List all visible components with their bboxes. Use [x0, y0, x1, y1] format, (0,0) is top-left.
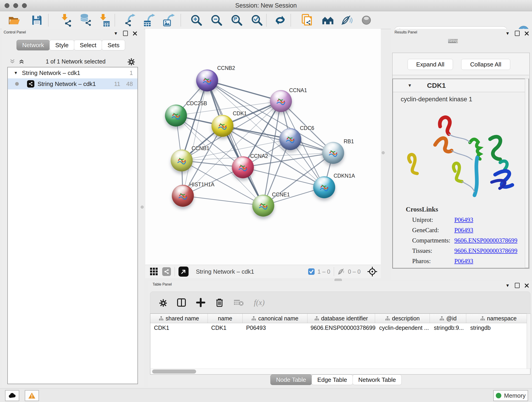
- graph-node-cdc25b[interactable]: [165, 104, 187, 127]
- left-splitter-handle[interactable]: [141, 206, 144, 209]
- memory-button[interactable]: Memory: [493, 390, 528, 401]
- tab-select[interactable]: Select: [74, 40, 102, 51]
- table-cell[interactable]: 9606.ENSP00000378699: [307, 323, 375, 332]
- tab-edge-table[interactable]: Edge Table: [312, 375, 353, 385]
- collapse-all-icon[interactable]: [10, 59, 15, 64]
- panel-menu-caret-icon[interactable]: ▼: [505, 283, 510, 288]
- crosslink-link[interactable]: P06493: [454, 227, 473, 234]
- export-network-button[interactable]: [122, 13, 138, 27]
- float-panel-icon[interactable]: [515, 283, 520, 288]
- graph-node-rb1[interactable]: [322, 142, 344, 164]
- export-table-button[interactable]: [142, 13, 157, 27]
- table-vertical-scrollbar[interactable]: [527, 313, 531, 369]
- delete-table-icon[interactable]: [234, 299, 244, 306]
- collapse-all-button[interactable]: Collapse All: [461, 59, 510, 70]
- import-table-file-button[interactable]: [97, 13, 112, 27]
- tab-style[interactable]: Style: [50, 40, 74, 51]
- zoom-out-button[interactable]: [209, 13, 224, 27]
- function-builder-icon[interactable]: f(x): [254, 298, 265, 307]
- float-panel-icon[interactable]: [123, 31, 128, 36]
- column-header-shared-name[interactable]: shared name: [150, 314, 208, 323]
- table-cell[interactable]: stringdb:9...: [430, 323, 467, 332]
- graph-node-hist1h1a[interactable]: [172, 185, 194, 207]
- close-panel-icon[interactable]: [525, 283, 529, 288]
- network-edge[interactable]: [183, 196, 263, 206]
- birdseye-view-button[interactable]: [178, 267, 189, 277]
- string-home-button[interactable]: [320, 13, 336, 27]
- close-panel-icon[interactable]: [133, 32, 137, 36]
- network-view-icon[interactable]: [162, 267, 171, 276]
- crosslink-link[interactable]: P06493: [454, 258, 473, 265]
- network-collection-row[interactable]: ▼ String Network – cdk1 1: [8, 67, 138, 78]
- graph-node-ccne1[interactable]: [252, 195, 274, 217]
- refresh-view-button[interactable]: [273, 13, 288, 27]
- graph-node-ccna1[interactable]: [270, 90, 292, 112]
- grid-view-icon[interactable]: [150, 268, 158, 276]
- cloud-status-button[interactable]: [5, 390, 19, 401]
- crosslink-link[interactable]: 9606.ENSP00000378699: [454, 247, 517, 254]
- scrollbar-thumb[interactable]: [152, 370, 196, 374]
- table-cell[interactable]: CDK1: [150, 323, 208, 332]
- network-canvas[interactable]: CCNB2CCNA1CDC25BCDK1CDC6RB1CCNB1CCNA2CDK…: [145, 29, 381, 265]
- zoom-selected-button[interactable]: [249, 13, 264, 27]
- enable-glass-effect-button[interactable]: [359, 13, 374, 27]
- graph-node-ccnb1[interactable]: [171, 149, 193, 172]
- selected-checkbox-icon[interactable]: [308, 268, 315, 275]
- column-header-canonical-name[interactable]: canonical name: [243, 314, 307, 323]
- network-options-gear-icon[interactable]: [127, 57, 135, 65]
- show-columns-icon[interactable]: [177, 298, 186, 307]
- tab-network-table[interactable]: Network Table: [353, 375, 402, 385]
- results-scrollbar[interactable]: [525, 79, 529, 268]
- tab-node-table[interactable]: Node Table: [270, 375, 312, 385]
- panel-menu-caret-icon[interactable]: ▼: [505, 31, 510, 36]
- collection-expand-caret-icon[interactable]: ▼: [14, 70, 18, 75]
- graph-node-ccnb2[interactable]: [196, 70, 218, 91]
- network-edge[interactable]: [207, 80, 263, 206]
- column-header-name[interactable]: name: [208, 314, 243, 323]
- clone-network-button[interactable]: [300, 13, 315, 27]
- hidden-eye-icon[interactable]: [338, 268, 346, 275]
- network-edge[interactable]: [183, 80, 207, 196]
- column-header--id[interactable]: @id: [430, 314, 466, 323]
- import-network-database-button[interactable]: [78, 13, 93, 27]
- expand-all-icon[interactable]: [19, 59, 24, 64]
- section-caret-icon[interactable]: ▼: [408, 83, 412, 88]
- fit-selected-crosshair-icon[interactable]: [367, 266, 378, 277]
- save-session-button[interactable]: [29, 13, 44, 27]
- expand-all-button[interactable]: Expand All: [408, 59, 453, 70]
- zoom-fit-button[interactable]: [229, 13, 244, 27]
- close-panel-icon[interactable]: [525, 32, 529, 36]
- import-network-file-button[interactable]: [59, 13, 74, 27]
- crosslink-link[interactable]: 9606.ENSP00000378699: [454, 237, 517, 244]
- table-horizontal-scrollbar[interactable]: [150, 369, 530, 375]
- table-cell[interactable]: cyclin-dependent ...: [375, 323, 430, 332]
- column-header-description[interactable]: description: [375, 314, 430, 323]
- graph-node-ccna2[interactable]: [232, 156, 254, 178]
- right-splitter-handle[interactable]: [382, 151, 385, 154]
- table-row[interactable]: CDK1CDK1P064939606.ENSP00000378699cyclin…: [150, 323, 531, 332]
- zoom-in-button[interactable]: [189, 13, 204, 27]
- graph-node-cdkn1a[interactable]: [313, 176, 335, 198]
- network-row-selected[interactable]: String Network – cdk1 11 48: [8, 78, 138, 89]
- table-cell[interactable]: P06493: [242, 323, 307, 332]
- create-column-plus-icon[interactable]: [196, 298, 205, 307]
- warnings-button[interactable]: [25, 390, 39, 401]
- open-session-button[interactable]: [7, 13, 22, 27]
- delete-column-trash-icon[interactable]: [215, 298, 224, 307]
- tab-string[interactable]: String: [448, 39, 458, 43]
- column-header-database-identifier[interactable]: database identifier: [307, 314, 375, 323]
- tab-sets[interactable]: Sets: [102, 40, 125, 51]
- graph-node-cdc6[interactable]: [279, 128, 301, 150]
- table-cell[interactable]: CDK1: [208, 323, 242, 332]
- cdk1-section-header[interactable]: ▼ CDK1: [393, 79, 529, 92]
- column-header-namespace[interactable]: namespace: [466, 314, 531, 323]
- graph-node-cdk1[interactable]: [211, 115, 234, 137]
- crosslink-link[interactable]: P06493: [454, 216, 473, 223]
- export-image-button[interactable]: [162, 13, 177, 27]
- panel-menu-caret-icon[interactable]: ▼: [114, 31, 118, 36]
- float-panel-icon[interactable]: [515, 31, 520, 36]
- tab-network[interactable]: Network: [17, 40, 50, 51]
- hide-glass-effect-button[interactable]: [340, 13, 355, 27]
- table-options-gear-icon[interactable]: [158, 298, 167, 307]
- table-cell[interactable]: stringdb: [467, 323, 531, 332]
